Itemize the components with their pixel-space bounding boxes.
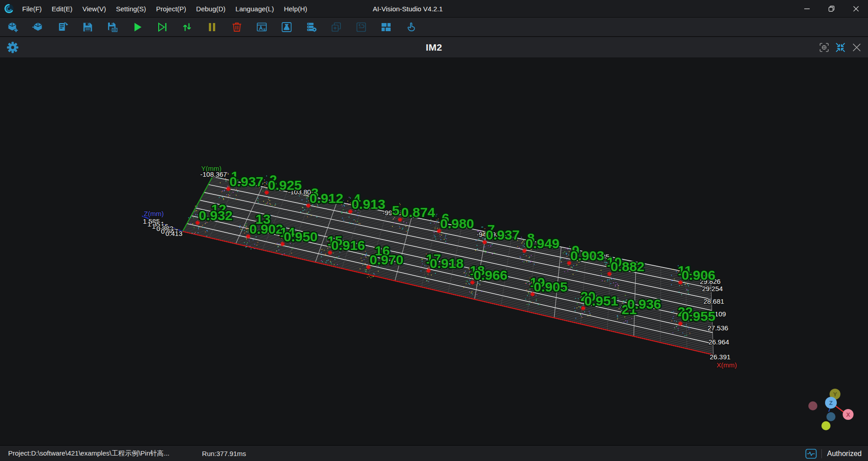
- svg-text:0.913: 0.913: [351, 197, 385, 212]
- svg-text:28.681: 28.681: [703, 297, 724, 305]
- svg-text:0.937: 0.937: [486, 227, 519, 242]
- svg-text:0.925: 0.925: [268, 178, 302, 193]
- svg-text:0.936: 0.936: [627, 296, 661, 311]
- svg-text:Z: Z: [829, 400, 833, 406]
- menu-help[interactable]: Help(H): [279, 0, 312, 17]
- menu-file[interactable]: File(F): [17, 0, 47, 17]
- svg-text:Y: Y: [833, 391, 837, 398]
- open-project-button[interactable]: [32, 21, 44, 33]
- app-logo-icon: [4, 3, 14, 14]
- svg-text:0.918: 0.918: [429, 256, 463, 271]
- save-button[interactable]: [82, 21, 94, 33]
- svg-text:0.951: 0.951: [584, 293, 618, 308]
- svg-text:0.949: 0.949: [525, 236, 559, 251]
- svg-text:26.391: 26.391: [710, 353, 731, 361]
- svg-text:0.955: 0.955: [681, 309, 715, 324]
- svg-text:0.912: 0.912: [309, 191, 343, 206]
- panel-title: IM2: [426, 37, 443, 57]
- gizmo-neg-y-ball[interactable]: [821, 421, 830, 430]
- license-pulse-icon: [805, 448, 817, 459]
- title-bar: File(F)Edit(E)View(V)Setting(S)Project(P…: [0, 0, 868, 17]
- orientation-gizmo[interactable]: YZX: [808, 389, 854, 430]
- svg-text:5: 5: [392, 203, 400, 218]
- svg-text:0.874: 0.874: [401, 205, 435, 220]
- panel-close-icon[interactable]: [851, 42, 863, 53]
- menu-setting[interactable]: Setting(S): [111, 0, 151, 17]
- panel-settings-gear-icon[interactable]: [6, 41, 19, 54]
- collapse-view-icon[interactable]: [835, 42, 846, 53]
- run-time-text: Run:377.91ms: [202, 450, 246, 457]
- svg-text:0.906: 0.906: [681, 268, 715, 282]
- fit-view-icon[interactable]: [818, 42, 830, 53]
- svg-text:0.903: 0.903: [570, 248, 604, 263]
- close-button[interactable]: [844, 0, 868, 17]
- svg-text:X(mm): X(mm): [717, 361, 737, 369]
- pause-button[interactable]: [206, 21, 218, 33]
- menu-project[interactable]: Project(P): [151, 0, 191, 17]
- delete-button[interactable]: [231, 21, 243, 33]
- svg-text:0.980: 0.980: [440, 216, 474, 231]
- svg-text:0.937: 0.937: [229, 174, 263, 189]
- svg-text:0.932: 0.932: [198, 208, 232, 223]
- window-title: AI-Vision-Studio V4.2.1: [373, 0, 443, 17]
- text-window-button[interactable]: [256, 21, 268, 33]
- svg-text:0.902: 0.902: [249, 221, 283, 236]
- hand-tool-button[interactable]: [405, 21, 417, 33]
- svg-text:0.970: 0.970: [369, 252, 403, 267]
- svg-text:-108.367: -108.367: [200, 170, 227, 178]
- svg-text:0.916: 0.916: [331, 238, 365, 253]
- svg-text:0.950: 0.950: [283, 229, 317, 244]
- panel-header: IM2: [0, 37, 868, 57]
- reset-view-button: [355, 21, 367, 33]
- run-once-button[interactable]: [156, 21, 168, 33]
- svg-text:0.413: 0.413: [165, 230, 183, 237]
- menu-debug[interactable]: Debug(D): [191, 0, 231, 17]
- new-project-button[interactable]: [7, 21, 19, 33]
- restore-button[interactable]: [819, 0, 844, 17]
- status-bar: Project:D:\software\421\examples\工程示例\Pi…: [0, 445, 868, 461]
- menu-view[interactable]: View(V): [77, 0, 111, 17]
- layout-grid-button[interactable]: [380, 21, 392, 33]
- height-map-plot[interactable]: Y(mm)Z(mm)X(mm)-108.367-103.809-99.251-9…: [0, 0, 868, 461]
- svg-text:0.882: 0.882: [610, 259, 644, 274]
- gizmo-neg-x-ball[interactable]: [808, 401, 817, 410]
- menu-bar: File(F)Edit(E)View(V)Setting(S)Project(P…: [17, 0, 312, 17]
- add-view-button: [330, 21, 342, 33]
- svg-text:29.254: 29.254: [702, 285, 723, 292]
- svg-text:Z(mm): Z(mm): [144, 210, 164, 217]
- license-status-text: Authorized: [827, 450, 862, 458]
- toolbar: [0, 17, 868, 37]
- menu-language[interactable]: Language(L): [231, 0, 279, 17]
- svg-text:26.964: 26.964: [708, 338, 729, 346]
- run-button[interactable]: [132, 21, 143, 33]
- data-server-button[interactable]: [306, 21, 317, 33]
- minimize-button[interactable]: [795, 0, 819, 17]
- menu-edit[interactable]: Edit(E): [47, 0, 77, 17]
- gizmo-z-ball[interactable]: Z: [825, 397, 837, 409]
- window-controls: [795, 0, 868, 17]
- calibration-button[interactable]: [281, 21, 292, 33]
- save-as-button[interactable]: [107, 21, 118, 33]
- run-loop-button[interactable]: [181, 21, 193, 33]
- svg-text:0.966: 0.966: [473, 268, 507, 282]
- flow-template-button[interactable]: [57, 21, 69, 33]
- svg-text:0.905: 0.905: [533, 279, 567, 294]
- gizmo-neg-z-ball[interactable]: [826, 412, 835, 421]
- status-divider: [821, 449, 822, 458]
- gizmo-x-ball[interactable]: X: [843, 409, 854, 420]
- svg-text:X: X: [846, 411, 850, 418]
- project-path-text: Project:D:\software\421\examples\工程示例\Pi…: [8, 449, 170, 458]
- svg-text:27.536: 27.536: [708, 324, 728, 332]
